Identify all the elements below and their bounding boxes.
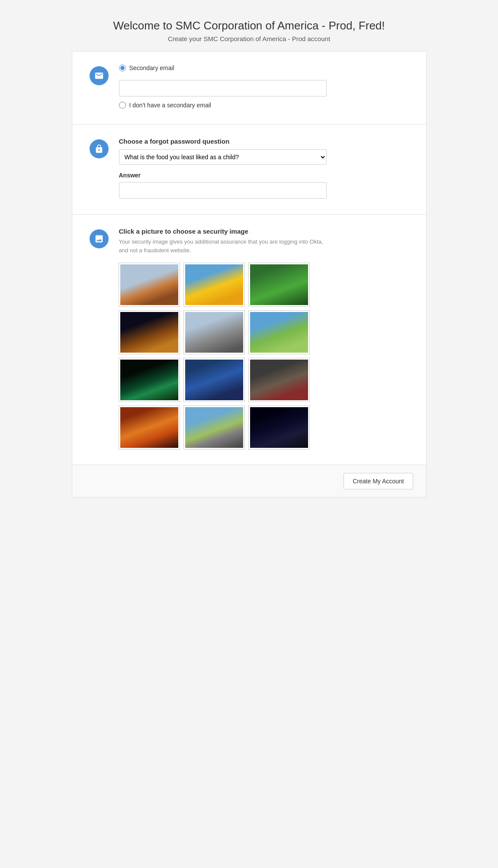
secondary-email-content: Secondary email I don't have a secondary…	[119, 64, 409, 109]
page-title: Welcome to SMC Corporation of America - …	[80, 19, 418, 32]
secondary-email-input[interactable]	[119, 80, 327, 96]
security-image-water[interactable]	[184, 358, 244, 402]
security-image-sunflower[interactable]	[184, 263, 244, 306]
no-secondary-email-radio[interactable]	[119, 102, 126, 109]
security-image-road[interactable]	[184, 406, 244, 449]
security-question-section: Choose a forgot password question What i…	[72, 125, 427, 215]
page-subtitle: Create your SMC Corporation of America -…	[80, 35, 418, 42]
security-image-content: Click a picture to choose a security ima…	[119, 228, 409, 449]
email-icon	[90, 66, 109, 85]
page-header: Welcome to SMC Corporation of America - …	[72, 9, 427, 51]
image-icon	[90, 229, 109, 248]
answer-input[interactable]	[119, 182, 327, 199]
security-image-plant[interactable]	[249, 263, 309, 306]
security-image-brooklyn-bridge[interactable]	[184, 311, 244, 354]
security-image-title: Click a picture to choose a security ima…	[119, 228, 409, 235]
no-secondary-email-radio-text: I don't have a secondary email	[129, 102, 211, 109]
security-image-desc: Your security image gives you additional…	[119, 238, 327, 254]
security-image-bridge-night[interactable]	[119, 311, 180, 354]
footer-bar: Create My Account	[72, 465, 427, 498]
security-image-section: Click a picture to choose a security ima…	[72, 215, 427, 465]
create-account-button[interactable]: Create My Account	[344, 473, 413, 489]
secondary-email-radio-text: Secondary email	[129, 64, 174, 71]
security-image-golden-gate[interactable]	[119, 263, 180, 306]
security-image-grid	[119, 263, 409, 449]
answer-label: Answer	[119, 172, 409, 179]
question-select[interactable]: What is the food you least liked as a ch…	[119, 149, 327, 165]
secondary-email-radio-label[interactable]: Secondary email	[119, 64, 409, 71]
question-label: Choose a forgot password question	[119, 138, 409, 145]
security-image-space[interactable]	[249, 406, 309, 449]
security-question-content: Choose a forgot password question What i…	[119, 138, 409, 199]
no-secondary-email-radio-label[interactable]: I don't have a secondary email	[119, 102, 409, 109]
email-radio-group: Secondary email I don't have a secondary…	[119, 64, 409, 109]
secondary-email-section: Secondary email I don't have a secondary…	[72, 51, 427, 125]
security-image-goats[interactable]	[249, 311, 309, 354]
security-image-aurora[interactable]	[119, 358, 180, 402]
security-image-sunset[interactable]	[119, 406, 180, 449]
security-image-machinery[interactable]	[249, 358, 309, 402]
page-container: Welcome to SMC Corporation of America - …	[72, 9, 427, 498]
secondary-email-radio[interactable]	[119, 64, 126, 71]
lock-icon	[90, 139, 109, 158]
